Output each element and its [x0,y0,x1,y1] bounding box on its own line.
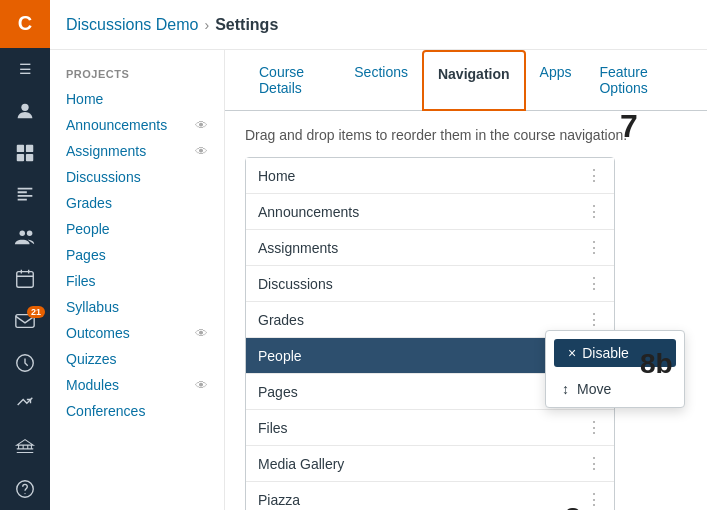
sidebar-item-announcements[interactable]: Announcements 👁 [50,112,224,138]
nav-item-grades-menu[interactable]: ⋮ [586,310,602,329]
sidebar-item-assignments[interactable]: Assignments 👁 [50,138,224,164]
help-icon [14,478,36,500]
tab-apps[interactable]: Apps [526,50,586,111]
svg-point-0 [21,103,28,110]
sidebar-item-people[interactable]: People [50,216,224,242]
breadcrumb: Discussions Demo › Settings [66,16,278,34]
tab-navigation[interactable]: Navigation [422,50,526,111]
app-logo[interactable]: C [0,0,50,48]
history-nav-item[interactable] [0,342,50,384]
announcements-link: Announcements [66,117,167,133]
calendar-nav-item[interactable] [0,258,50,300]
dashboard-icon [14,142,36,164]
x-icon: × [568,345,576,361]
disable-label: Disable [582,345,629,361]
nav-item-assignments-menu[interactable]: ⋮ [586,238,602,257]
inbox-badge: 21 [27,306,45,318]
people-link: People [66,221,110,237]
breadcrumb-separator: › [204,17,209,33]
account-nav-item[interactable] [0,90,50,132]
courses-nav-item[interactable] [0,174,50,216]
nav-item-media-gallery-menu[interactable]: ⋮ [586,454,602,473]
move-button[interactable]: ↕ Move [546,375,684,407]
grades-link: Grades [66,195,112,211]
sidebar-item-conferences[interactable]: Conferences [50,398,224,424]
nav-item-assignments[interactable]: Assignments ⋮ [246,230,614,266]
settings-tabs: Course Details Sections Navigation Apps … [225,50,707,111]
svg-rect-7 [17,271,34,287]
svg-rect-4 [26,154,33,161]
nav-item-grades-label: Grades [258,312,304,328]
nav-item-pages-label: Pages [258,384,298,400]
nav-item-home-label: Home [258,168,295,184]
quizzes-link: Quizzes [66,351,117,367]
commons-nav-item[interactable] [0,384,50,426]
dashboard-nav-item[interactable] [0,132,50,174]
nav-item-announcements-menu[interactable]: ⋮ [586,202,602,221]
bank-icon [14,436,36,458]
hamburger-menu[interactable]: ☰ [0,48,50,90]
nav-item-media-gallery[interactable]: Media Gallery ⋮ [246,446,614,482]
svg-point-6 [27,230,33,236]
announcements-visibility-icon: 👁 [195,118,208,133]
breadcrumb-link[interactable]: Discussions Demo [66,16,198,34]
people-context-menu: × Disable ↕ Move [545,330,685,408]
svg-rect-3 [17,154,24,161]
help-nav-item[interactable] [0,468,50,510]
disable-button[interactable]: × Disable [554,339,676,367]
nav-item-files-menu[interactable]: ⋮ [586,418,602,437]
modules-visibility-icon: 👁 [195,378,208,393]
svg-rect-1 [17,145,24,152]
svg-point-5 [20,230,26,236]
sidebar-item-home[interactable]: Home [50,86,224,112]
sidebar-item-syllabus[interactable]: Syllabus [50,294,224,320]
nav-item-piazza-label: Piazza [258,492,300,508]
nav-item-files[interactable]: Files ⋮ [246,410,614,446]
move-icon: ↕ [562,381,569,397]
svg-point-10 [17,481,34,498]
breadcrumb-current: Settings [215,16,278,34]
sidebar-item-modules[interactable]: Modules 👁 [50,372,224,398]
nav-item-home-menu[interactable]: ⋮ [586,166,602,185]
navigation-content: Drag and drop items to reorder them in t… [225,111,707,510]
bank-nav-item[interactable] [0,426,50,468]
tab-feature-options[interactable]: Feature Options [585,50,687,111]
sidebar-item-pages[interactable]: Pages [50,242,224,268]
nav-item-files-label: Files [258,420,288,436]
sidebar-item-discussions[interactable]: Discussions [50,164,224,190]
nav-item-discussions[interactable]: Discussions ⋮ [246,266,614,302]
sidebar-item-files[interactable]: Files [50,268,224,294]
syllabus-link: Syllabus [66,299,119,315]
assignments-link: Assignments [66,143,146,159]
instruction-text: Drag and drop items to reorder them in t… [245,127,687,143]
nav-item-announcements[interactable]: Announcements ⋮ [246,194,614,230]
top-bar: Discussions Demo › Settings [50,0,707,50]
account-icon [14,100,36,122]
sidebar-item-quizzes[interactable]: Quizzes [50,346,224,372]
sidebar-item-outcomes[interactable]: Outcomes 👁 [50,320,224,346]
groups-icon [14,226,36,248]
inbox-nav-item[interactable]: 21 [0,300,50,342]
nav-item-piazza[interactable]: Piazza ⋮ [246,482,614,510]
tab-course-details[interactable]: Course Details [245,50,340,111]
groups-nav-item[interactable] [0,216,50,258]
tab-sections[interactable]: Sections [340,50,422,111]
nav-item-home[interactable]: Home ⋮ [246,158,614,194]
nav-item-announcements-label: Announcements [258,204,359,220]
pages-link: Pages [66,247,106,263]
outcomes-link: Outcomes [66,325,130,341]
outcomes-visibility-icon: 👁 [195,326,208,341]
move-label: Move [577,381,611,397]
hamburger-icon: ☰ [19,61,32,77]
sidebar-item-grades[interactable]: Grades [50,190,224,216]
nav-item-assignments-label: Assignments [258,240,338,256]
assignments-visibility-icon: 👁 [195,144,208,159]
discussions-link: Discussions [66,169,141,185]
calendar-icon [14,268,36,290]
nav-item-piazza-menu[interactable]: ⋮ [586,490,602,509]
projects-label: Projects [50,60,224,86]
files-link: Files [66,273,96,289]
home-link: Home [66,91,103,107]
nav-item-discussions-menu[interactable]: ⋮ [586,274,602,293]
courses-icon [14,184,36,206]
